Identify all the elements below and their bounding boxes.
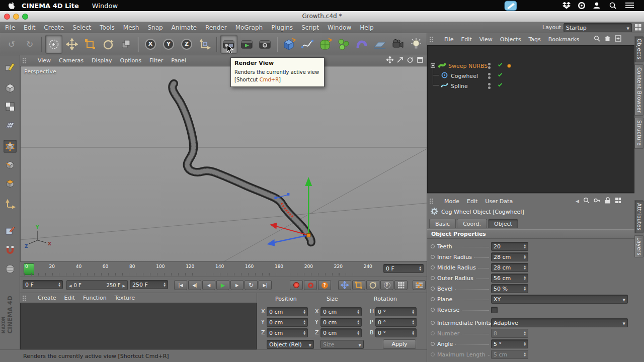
- app-menu-title[interactable]: CINEMA 4D Lite: [22, 2, 79, 10]
- enabled-check-icon[interactable]: [498, 82, 502, 86]
- stepper-icon[interactable]: [522, 341, 526, 346]
- record-dot-icon[interactable]: [431, 342, 435, 346]
- zoom-view-icon[interactable]: [396, 56, 404, 65]
- render-settings-button[interactable]: [257, 35, 274, 54]
- material-menu-create[interactable]: Create: [38, 295, 56, 301]
- visibility-toggles[interactable]: [488, 83, 491, 89]
- menubar-extra-icon[interactable]: [504, 1, 517, 13]
- panel-config-icon[interactable]: [615, 197, 621, 205]
- keyframe-help-button[interactable]: ?: [318, 280, 331, 290]
- add-mograph-button[interactable]: [335, 35, 352, 54]
- range-right-arrow-icon[interactable]: [123, 283, 125, 288]
- record-dot-icon[interactable]: [431, 287, 435, 291]
- make-editable-button[interactable]: [4, 60, 17, 73]
- position-x-field[interactable]: 0 cm: [267, 307, 308, 316]
- teeth-input[interactable]: 20: [491, 242, 528, 251]
- size-z-field[interactable]: 0 cm: [320, 328, 362, 337]
- menu-file[interactable]: File: [5, 24, 15, 31]
- menu-edit[interactable]: Edit: [24, 24, 35, 31]
- key-icon[interactable]: [594, 197, 601, 205]
- lock-x-axis-button[interactable]: X: [142, 35, 159, 54]
- stepper-icon[interactable]: [522, 286, 526, 291]
- intermediate-points-dropdown[interactable]: Adaptive: [491, 318, 628, 327]
- coordinate-system-button[interactable]: [196, 35, 213, 54]
- apple-menu-icon[interactable]: [8, 2, 15, 10]
- stepper-icon[interactable]: [162, 282, 166, 287]
- range-left-arrow-icon[interactable]: [69, 283, 71, 288]
- om-menu-tags[interactable]: Tags: [528, 36, 540, 43]
- parameter-key-toggle[interactable]: P: [380, 280, 393, 290]
- record-dot-icon[interactable]: [431, 352, 435, 356]
- zoom-window-button[interactable]: [22, 14, 28, 20]
- menu-tools[interactable]: Tools: [100, 24, 115, 31]
- record-dot-icon[interactable]: [431, 321, 435, 325]
- side-tab-layers[interactable]: Layers: [634, 235, 644, 257]
- scale-key-toggle[interactable]: [352, 280, 365, 290]
- autokey-button[interactable]: [304, 280, 317, 290]
- stepper-icon[interactable]: [522, 254, 526, 259]
- reverse-checkbox[interactable]: [491, 307, 498, 313]
- lock-icon[interactable]: [605, 197, 611, 205]
- rotation-h-field[interactable]: 0 °: [375, 307, 417, 316]
- texture-paint-mode-button[interactable]: [4, 224, 17, 237]
- side-tab-attributes[interactable]: Attributes: [634, 200, 644, 233]
- record-dot-icon[interactable]: [431, 265, 435, 269]
- texture-mode-button[interactable]: [4, 100, 17, 113]
- add-deformer-button[interactable]: [353, 35, 370, 54]
- menu-snap[interactable]: Snap: [147, 24, 163, 31]
- pla-key-toggle[interactable]: [394, 280, 408, 290]
- timeline-ruler[interactable]: 0 20 40 60 80 100 120 140 160 180 200 22…: [20, 261, 427, 277]
- object-row-cogwheel[interactable]: Cogwheel: [441, 71, 478, 81]
- live-selection-button[interactable]: [45, 35, 62, 54]
- menu-plugins[interactable]: Plugins: [271, 24, 293, 31]
- viewport-menu-view[interactable]: View: [38, 57, 51, 64]
- user-icon[interactable]: [593, 2, 601, 11]
- viewport-menu-cameras[interactable]: Cameras: [59, 57, 84, 64]
- menu-script[interactable]: Script: [301, 24, 319, 31]
- menu-help[interactable]: Help: [360, 24, 373, 31]
- stepper-icon[interactable]: [522, 265, 526, 270]
- rotate-view-icon[interactable]: [407, 56, 414, 65]
- record-keyframe-button[interactable]: [290, 280, 303, 290]
- dropbox-icon[interactable]: [562, 2, 571, 11]
- lock-y-axis-button[interactable]: Y: [160, 35, 177, 54]
- enabled-check-icon[interactable]: [498, 72, 502, 76]
- object-name[interactable]: Sweep NURBS: [448, 63, 488, 69]
- previous-frame-button[interactable]: ◀: [202, 280, 215, 290]
- stepper-icon[interactable]: [411, 309, 414, 314]
- polygons-mode-button[interactable]: [4, 177, 17, 190]
- stepper-icon[interactable]: [356, 330, 359, 335]
- record-dot-icon[interactable]: [431, 255, 435, 259]
- side-tab-content-browser[interactable]: Content Browser: [634, 64, 644, 116]
- material-menu-edit[interactable]: Edit: [64, 295, 75, 301]
- record-dot-icon[interactable]: [431, 331, 435, 335]
- render-picture-viewer-button[interactable]: [238, 35, 256, 54]
- toggle-view-icon[interactable]: [417, 56, 424, 65]
- menu-window-os[interactable]: Window: [92, 2, 118, 10]
- size-x-field[interactable]: 0 cm: [320, 307, 362, 316]
- goto-end-button[interactable]: ▶|: [259, 280, 272, 290]
- object-name[interactable]: Spline: [451, 83, 468, 89]
- tab-coord[interactable]: Coord.: [457, 219, 487, 228]
- am-menu-user-data[interactable]: User Data: [485, 198, 513, 205]
- tab-basic[interactable]: Basic: [429, 219, 456, 228]
- workplane-mode-button[interactable]: [4, 119, 17, 132]
- material-menu-texture[interactable]: Texture: [115, 295, 135, 301]
- am-search-icon[interactable]: [583, 197, 590, 205]
- size-y-field[interactable]: 0 cm: [320, 318, 362, 327]
- om-menu-file[interactable]: File: [444, 36, 453, 43]
- object-row-sweep-nurbs[interactable]: Sweep NURBS: [438, 61, 488, 71]
- add-primitive-button[interactable]: [281, 35, 298, 54]
- goto-start-button[interactable]: |◀: [174, 280, 187, 290]
- om-menu-view[interactable]: View: [479, 36, 493, 43]
- loop-playback-button[interactable]: ↻: [245, 280, 258, 290]
- lock-z-axis-button[interactable]: Z: [178, 35, 195, 54]
- stepper-icon[interactable]: [356, 320, 359, 325]
- next-frame-button[interactable]: ▶: [230, 280, 244, 290]
- workplane-snap-button[interactable]: [4, 243, 17, 256]
- record-status-icon[interactable]: [578, 2, 586, 11]
- menu-mograph[interactable]: MoGraph: [235, 24, 263, 31]
- material-manager-area[interactable]: [20, 303, 257, 349]
- window-titlebar[interactable]: Growth.c4d *: [0, 11, 644, 22]
- menu-render[interactable]: Render: [205, 24, 227, 31]
